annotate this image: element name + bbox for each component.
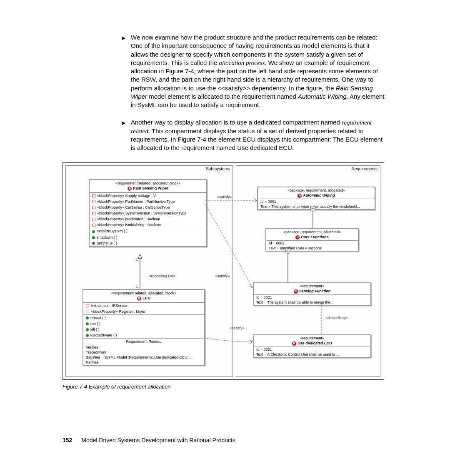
requirement-sensing-function: «requirement» RSensing Function Id = 002… (253, 282, 371, 306)
bullet-marker-icon: ► (121, 118, 131, 152)
block-icon: B (137, 297, 141, 301)
bullet-item: ► We now examine how the product structu… (121, 33, 388, 109)
block-name: ECU (142, 296, 150, 300)
block-rain-sensing-wiper: «requirementRelated, allocated, block» B… (89, 179, 207, 247)
requirement-core-functions: «package, requirement, allocated» RCore … (265, 228, 359, 252)
footer-title: Model Driven Systems Development with Ra… (81, 437, 235, 444)
requirement-icon: R (292, 341, 296, 346)
requirement-icon: R (298, 194, 302, 198)
requirement-use-dedicated-ecu: «requirement» RUse dedicated ECU Id = 02… (253, 334, 371, 358)
requirement-automatic-wiping: «package, requirement, allocated» RAutom… (257, 187, 375, 210)
bullet-text: We now examine how the product structure… (131, 33, 388, 109)
page-number: 152 (62, 437, 72, 444)
page-footer: 152 Model Driven Systems Development wit… (62, 436, 388, 444)
stereotype-label: «requirementRelated, allocated, block» (85, 291, 202, 296)
stereotype-label: «requirementRelated, allocated, block» (91, 181, 205, 186)
figure-caption: Figure 7-4 Example of requirement alloca… (62, 383, 388, 391)
frame-label: Sub-systems (206, 166, 230, 172)
requirement-icon: R (295, 235, 300, 239)
requirements-frame: Requirements «package, requirement, allo… (236, 165, 380, 377)
bullet-text: Another way to display allocation is to … (131, 118, 388, 152)
block-ecu: «requirementRelated, allocated, block» B… (82, 289, 205, 366)
subsystems-frame: Sub-systems «requirementRelated, allocat… (65, 165, 233, 377)
compartment-title: Requirement Related (83, 339, 204, 344)
figure-diagram: Sub-systems «requirementRelated, allocat… (62, 162, 384, 380)
requirement-icon: R (294, 289, 298, 294)
block-name: Rain Sensing Wiper (133, 186, 168, 190)
block-icon: B (128, 187, 132, 191)
bullet-item: ► Another way to display allocation is t… (121, 118, 388, 152)
frame-label: Requirements (352, 166, 378, 172)
bullet-marker-icon: ► (121, 33, 131, 109)
